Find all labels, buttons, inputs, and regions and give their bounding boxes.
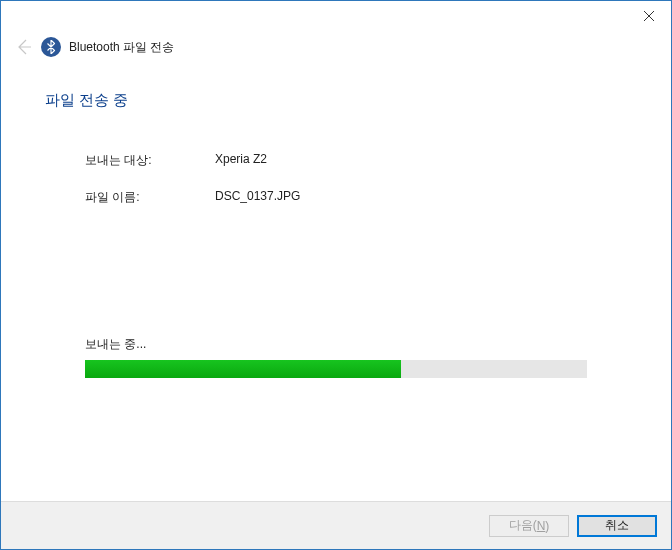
- page-title: 파일 전송 중: [45, 91, 627, 110]
- next-button: 다음(N): [489, 515, 569, 537]
- window-title: Bluetooth 파일 전송: [69, 39, 174, 56]
- close-icon: [644, 11, 654, 21]
- filename-label: 파일 이름:: [85, 189, 215, 206]
- info-table: 보내는 대상: Xperia Z2 파일 이름: DSC_0137.JPG: [85, 152, 627, 206]
- close-button[interactable]: [626, 1, 671, 31]
- next-button-prefix: 다음(: [509, 517, 537, 534]
- cancel-button-label: 취소: [605, 517, 629, 534]
- next-button-key: N: [537, 519, 546, 533]
- destination-row: 보내는 대상: Xperia Z2: [85, 152, 627, 169]
- progress-label: 보내는 중...: [85, 336, 587, 353]
- destination-label: 보내는 대상:: [85, 152, 215, 169]
- progress-fill: [85, 360, 401, 378]
- back-button: [15, 38, 33, 56]
- bluetooth-icon: [41, 37, 61, 57]
- content-area: 파일 전송 중 보내는 대상: Xperia Z2 파일 이름: DSC_013…: [1, 57, 671, 378]
- progress-bar: [85, 360, 587, 378]
- back-arrow-icon: [16, 39, 32, 55]
- destination-value: Xperia Z2: [215, 152, 267, 169]
- progress-area: 보내는 중...: [85, 336, 587, 378]
- next-button-suffix: ): [545, 519, 549, 533]
- footer: 다음(N) 취소: [1, 501, 671, 549]
- header-row: Bluetooth 파일 전송: [1, 31, 671, 57]
- titlebar: [1, 1, 671, 31]
- cancel-button[interactable]: 취소: [577, 515, 657, 537]
- filename-value: DSC_0137.JPG: [215, 189, 300, 206]
- filename-row: 파일 이름: DSC_0137.JPG: [85, 189, 627, 206]
